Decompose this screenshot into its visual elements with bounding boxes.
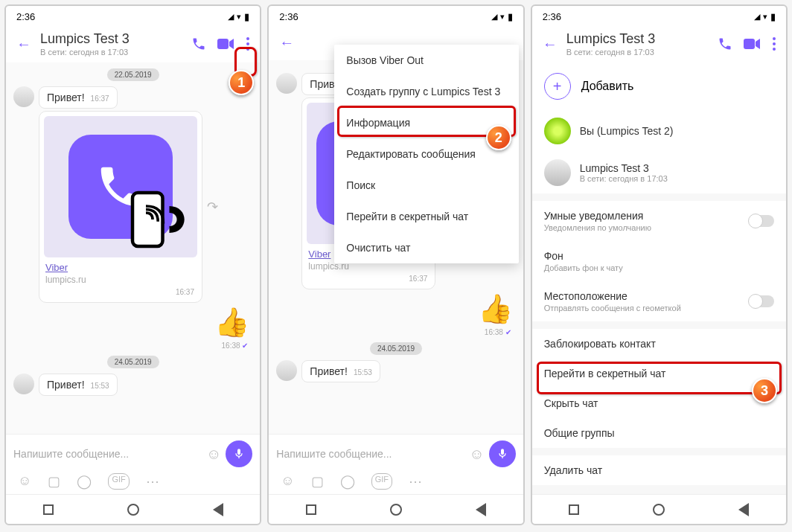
input-bar: Напишите сообщение... ☺	[6, 434, 260, 470]
gallery-icon[interactable]: ▢	[48, 473, 60, 490]
message-input[interactable]: Напишите сообщение...	[276, 448, 464, 460]
setting-label: Общие группы	[544, 427, 774, 439]
home-icon[interactable]	[127, 504, 139, 516]
sticker-icon[interactable]: ☺	[18, 473, 31, 490]
thumbs-up-sticker[interactable]: 👍	[214, 306, 249, 339]
setting-common-groups[interactable]: Общие группы	[532, 418, 786, 448]
media-preview	[44, 116, 197, 257]
member-status: В сети: сегодня в 17:03	[580, 174, 668, 183]
panel-2-menu: 2:36 ◢ ▾ ▮ ← Привет! Viber lumpics.ru	[267, 4, 524, 525]
gif-icon[interactable]: GIF	[108, 473, 129, 490]
add-member-button[interactable]: + Добавить	[532, 63, 786, 110]
emoji-icon[interactable]: ☺	[469, 446, 484, 463]
mic-button[interactable]	[226, 440, 252, 467]
share-icon[interactable]: ↷	[207, 199, 218, 215]
status-bar: 2:36 ◢ ▾ ▮	[269, 6, 523, 27]
video-icon[interactable]	[217, 37, 234, 51]
recents-icon[interactable]	[569, 504, 579, 515]
more-icon[interactable]	[245, 36, 251, 52]
date-separator: 24.05.2019	[370, 342, 422, 355]
wifi-icon: ▾	[237, 12, 241, 22]
more-icon[interactable]	[771, 36, 777, 52]
call-icon[interactable]	[718, 36, 732, 51]
back-nav-icon[interactable]	[738, 503, 749, 516]
setting-smart-notifications[interactable]: Умные уведомления Уведомления по умолчан…	[532, 201, 786, 241]
android-nav	[269, 494, 523, 524]
avatar[interactable]	[13, 374, 34, 394]
avatar[interactable]	[276, 73, 297, 94]
more-attach-icon[interactable]: ⋯	[409, 473, 422, 490]
add-label: Добавить	[581, 80, 634, 93]
message-bubble[interactable]: Привет! 16:37	[39, 86, 118, 109]
thumbs-up-sticker[interactable]: 👍	[478, 292, 513, 325]
call-icon[interactable]	[191, 36, 206, 51]
header-title-block[interactable]: Lumpics Test 3 В сети: сегодня в 17:03	[566, 31, 712, 57]
back-nav-icon[interactable]	[476, 503, 486, 516]
link-label[interactable]: Viber	[44, 257, 197, 273]
mic-button[interactable]	[489, 440, 516, 467]
recents-icon[interactable]	[306, 504, 316, 515]
back-icon[interactable]: ←	[13, 33, 34, 56]
menu-viber-out[interactable]: Вызов Viber Out	[334, 45, 518, 76]
member-row-contact[interactable]: Lumpics Test 3 В сети: сегодня в 17:03	[532, 152, 786, 193]
media-message[interactable]: Viber lumpics.ru 16:37	[39, 111, 202, 303]
emoji-icon[interactable]: ☺	[206, 446, 221, 463]
member-row-you[interactable]: Вы (Lumpics Test 2)	[532, 110, 786, 152]
menu-clear-chat[interactable]: Очистить чат	[334, 232, 518, 263]
setting-label: Местоположение	[544, 290, 681, 302]
home-icon[interactable]	[653, 504, 665, 516]
camera-icon[interactable]: ◯	[77, 473, 92, 490]
chat-subtitle: В сети: сегодня в 17:03	[40, 48, 185, 57]
outgoing-sticker-row: 👍	[269, 289, 523, 328]
message-bubble[interactable]: Привет! 15:53	[39, 374, 118, 396]
message-input[interactable]: Напишите сообщение...	[13, 448, 202, 460]
setting-location[interactable]: Местоположение Отправлять сообщения с ге…	[532, 281, 786, 321]
date-separator: 22.05.2019	[107, 68, 159, 81]
back-icon[interactable]: ←	[276, 31, 297, 54]
setting-secret-chat[interactable]: Перейти в секретный чат	[532, 359, 786, 388]
battery-icon: ▮	[244, 11, 249, 22]
outgoing-time: 16:38 ✔	[6, 342, 260, 353]
video-icon[interactable]	[743, 37, 761, 51]
member-name: Вы (Lumpics Test 2)	[580, 125, 674, 137]
message-bubble[interactable]: Привет! 15:53	[301, 360, 380, 382]
toggle-switch[interactable]	[749, 295, 774, 307]
outgoing-time: 16:38 ✔	[269, 328, 523, 339]
header-title-block[interactable]: Lumpics Test 3 В сети: сегодня в 17:03	[40, 31, 185, 57]
sticker-icon[interactable]: ☺	[281, 473, 294, 490]
signal-icon: ◢	[491, 12, 497, 22]
message-time: 15:53	[354, 368, 372, 376]
battery-icon: ▮	[508, 11, 513, 22]
more-attach-icon[interactable]: ⋯	[146, 473, 159, 490]
setting-label: Заблокировать контакт	[544, 338, 774, 350]
avatar[interactable]	[276, 360, 297, 381]
link-domain: lumpics.ru	[44, 273, 197, 286]
message-text: Привет!	[310, 365, 348, 377]
menu-create-group[interactable]: Создать группу с Lumpics Test 3	[334, 76, 518, 107]
wifi-icon: ▾	[763, 12, 767, 22]
camera-icon[interactable]: ◯	[340, 473, 355, 490]
toggle-switch[interactable]	[749, 215, 774, 227]
gif-icon[interactable]: GIF	[371, 473, 392, 490]
back-icon[interactable]: ←	[540, 33, 561, 56]
avatar[interactable]	[13, 86, 34, 107]
info-header: ← Lumpics Test 3 В сети: сегодня в 17:03	[532, 27, 786, 63]
recents-icon[interactable]	[43, 504, 54, 515]
setting-delete-chat[interactable]: Удалить чат	[532, 455, 786, 485]
status-time: 2:36	[16, 11, 35, 22]
gallery-icon[interactable]: ▢	[311, 473, 324, 490]
setting-background[interactable]: Фон Добавить фон к чату	[532, 241, 786, 281]
panel-1-chat: 2:36 ◢ ▾ ▮ ← Lumpics Test 3 В сети: сего…	[4, 4, 261, 525]
overflow-menu: Вызов Viber Out Создать группу с Lumpics…	[334, 45, 518, 263]
menu-search[interactable]: Поиск	[334, 170, 518, 201]
menu-secret-chat[interactable]: Перейти в секретный чат	[334, 201, 518, 232]
setting-block-contact[interactable]: Заблокировать контакт	[532, 329, 786, 359]
setting-sub: Уведомления по умолчанию	[544, 223, 651, 232]
panel-3-info: 2:36 ◢ ▾ ▮ ← Lumpics Test 3 В сети: сего…	[531, 4, 788, 525]
attachment-bar: ☺ ▢ ◯ GIF ⋯	[269, 470, 523, 494]
android-nav	[6, 494, 260, 524]
home-icon[interactable]	[390, 504, 402, 516]
setting-hide-chat[interactable]: Скрыть чат	[532, 388, 786, 418]
back-nav-icon[interactable]	[213, 503, 223, 516]
chat-header: ← Lumpics Test 3 В сети: сегодня в 17:03	[6, 27, 260, 63]
